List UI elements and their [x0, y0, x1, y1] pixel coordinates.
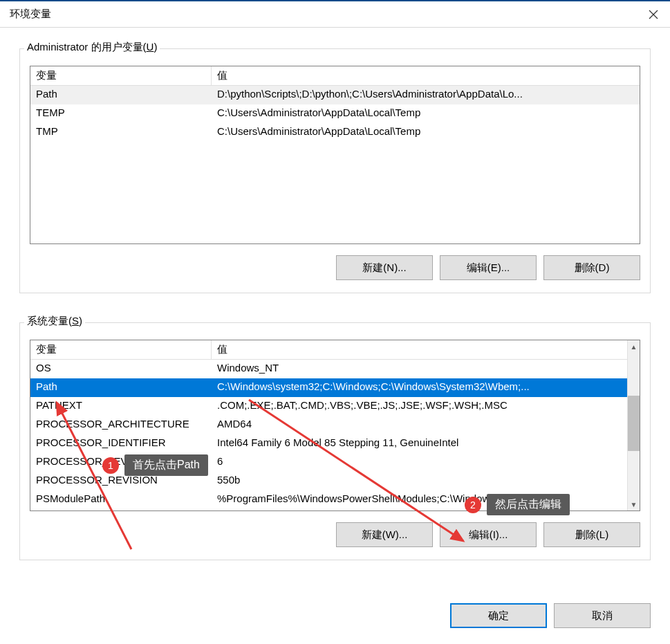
title-bar: 环境变量 — [0, 0, 670, 28]
system-variables-group: 系统变量(S) 变量 值 OS Windows_NT Path C:\Windo… — [19, 322, 651, 560]
cell-variable: PROCESSOR_REVISION — [30, 472, 212, 490]
table-header: 变量 值 — [30, 340, 640, 360]
cell-value: 6 — [212, 453, 640, 472]
cell-value: .COM;.EXE;.BAT;.CMD;.VBS;.VBE;.JS;.JSE;.… — [212, 397, 640, 416]
system-variables-table[interactable]: 变量 值 OS Windows_NT Path C:\Windows\syste… — [30, 340, 640, 511]
scroll-thumb[interactable] — [628, 396, 640, 451]
system-delete-button[interactable]: 删除(L) — [543, 522, 640, 547]
cell-value: %ProgramFiles%\WindowsPowerShell\Modules… — [212, 490, 640, 509]
column-value[interactable]: 值 — [212, 340, 640, 359]
cell-value: C:\Users\Administrator\AppData\Local\Tem… — [212, 104, 640, 123]
table-row[interactable]: PROCESSOR_IDENTIFIER Intel64 Family 6 Mo… — [30, 434, 640, 453]
table-row[interactable]: OS Windows_NT — [30, 360, 640, 378]
table-row[interactable]: PROCESSOR_REVISION 550b — [30, 472, 640, 490]
table-row[interactable]: PATHEXT .COM;.EXE;.BAT;.CMD;.VBS;.VBE;.J… — [30, 397, 640, 416]
user-new-button[interactable]: 新建(N)... — [336, 255, 433, 280]
cell-variable: Path — [30, 378, 212, 397]
user-variables-group: Administrator 的用户变量(U) 变量 值 Path D:\pyth… — [19, 48, 651, 293]
cell-variable: Path — [30, 86, 212, 104]
cell-value: 550b — [212, 472, 640, 490]
table-row[interactable]: PSModulePath %ProgramFiles%\WindowsPower… — [30, 490, 640, 509]
close-button[interactable] — [637, 1, 670, 28]
table-header: 变量 值 — [30, 66, 640, 86]
user-delete-button[interactable]: 删除(D) — [543, 255, 640, 280]
scroll-up-icon[interactable]: ▲ — [628, 340, 640, 353]
system-new-button[interactable]: 新建(W)... — [336, 522, 433, 547]
table-row[interactable]: PROCESSOR_LEVEL 6 — [30, 453, 640, 472]
user-variables-table[interactable]: 变量 值 Path D:\python\Scripts\;D:\python\;… — [30, 66, 640, 244]
table-row[interactable]: TEMP C:\Users\Administrator\AppData\Loca… — [30, 104, 640, 123]
cell-variable: TEMP — [30, 104, 212, 123]
table-row[interactable]: TMP C:\Users\Administrator\AppData\Local… — [30, 123, 640, 142]
cell-variable: PATHEXT — [30, 397, 212, 416]
column-variable[interactable]: 变量 — [30, 66, 212, 85]
column-variable[interactable]: 变量 — [30, 340, 212, 359]
ok-button[interactable]: 确定 — [450, 603, 547, 628]
cell-variable: PSModulePath — [30, 490, 212, 509]
cell-value: Intel64 Family 6 Model 85 Stepping 11, G… — [212, 434, 640, 453]
user-variables-label: Administrator 的用户变量(U) — [24, 41, 160, 54]
cell-value: Windows_NT — [212, 360, 640, 378]
column-value[interactable]: 值 — [212, 66, 640, 85]
cell-variable: PROCESSOR_ARCHITECTURE — [30, 416, 212, 434]
cell-variable: OS — [30, 360, 212, 378]
cell-variable: TMP — [30, 123, 212, 142]
user-edit-button[interactable]: 编辑(E)... — [440, 255, 537, 280]
cell-value: AMD64 — [212, 416, 640, 434]
cell-value: D:\python\Scripts\;D:\python\;C:\Users\A… — [212, 86, 640, 104]
cell-variable: PROCESSOR_IDENTIFIER — [30, 434, 212, 453]
cell-variable: PROCESSOR_LEVEL — [30, 453, 212, 472]
close-icon — [649, 10, 658, 19]
table-row[interactable]: Path D:\python\Scripts\;D:\python\;C:\Us… — [30, 86, 640, 104]
system-edit-button[interactable]: 编辑(I)... — [440, 522, 537, 547]
cancel-button[interactable]: 取消 — [554, 603, 651, 628]
table-row[interactable]: PROCESSOR_ARCHITECTURE AMD64 — [30, 416, 640, 434]
cell-value: C:\Users\Administrator\AppData\Local\Tem… — [212, 123, 640, 142]
scrollbar[interactable]: ▲ ▼ — [627, 340, 640, 510]
scroll-down-icon[interactable]: ▼ — [628, 498, 640, 510]
system-variables-label: 系统变量(S) — [24, 315, 85, 328]
cell-value: C:\Windows\system32;C:\Windows;C:\Window… — [212, 378, 640, 397]
window-title: 环境变量 — [10, 8, 51, 21]
table-row-path[interactable]: Path C:\Windows\system32;C:\Windows;C:\W… — [30, 378, 640, 397]
